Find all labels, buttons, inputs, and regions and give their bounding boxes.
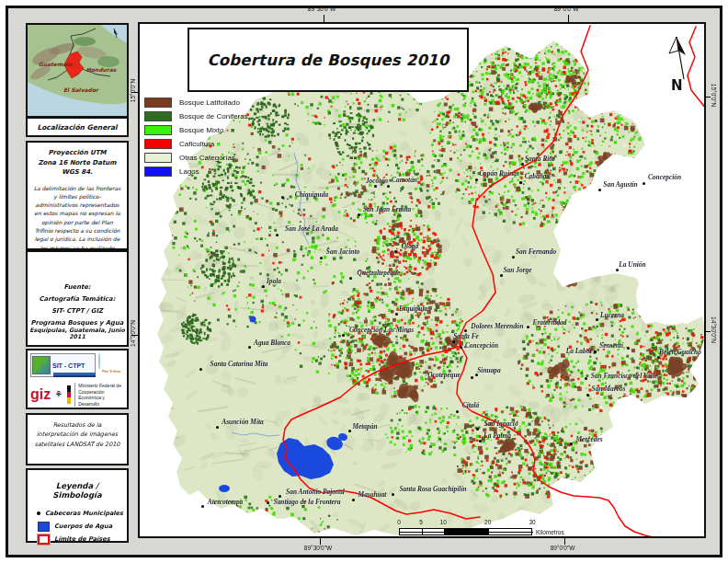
coord-label-bottom: 89°0'0"W <box>551 545 575 551</box>
symbol-legend-label: Cuerpos de Agua <box>54 523 112 530</box>
legend-swatch-icon <box>144 111 172 121</box>
results-panel: Resultados de la interpretación de imáge… <box>26 413 129 465</box>
graticule-tick <box>704 97 711 98</box>
results-note: Resultados de la interpretación de imáge… <box>34 420 120 449</box>
sit-map-icon <box>32 356 51 374</box>
projection-line1: Proyección UTM <box>48 149 106 156</box>
legend-swatch-icon <box>144 167 172 177</box>
legend-swatch-icon <box>144 125 172 135</box>
municipality-dot-icon <box>37 511 40 515</box>
graticule-tick <box>320 537 321 545</box>
symbol-legend-row: Cuerpos de Agua <box>33 520 121 533</box>
source-lines: Fuente:Cartografía Temática:SIT- CTPT / … <box>28 282 127 329</box>
inset-caption-box: Localización General <box>26 117 129 137</box>
graticule-tick <box>568 15 569 22</box>
plan-trifinio-icon <box>98 352 100 370</box>
symbol-legend-row: Cabeceras Municipales <box>33 507 121 520</box>
symbol-legend-row: Límite de Países <box>33 533 121 546</box>
source-line: SIT- CTPT / GIZ <box>28 305 127 317</box>
graticule-tick <box>324 15 324 22</box>
graticule-tick <box>131 335 138 336</box>
source-place-date: Esquipulas, Guatemala, Junio 2011 <box>28 327 127 339</box>
symbol-legend-panel: Leyenda / Simbología Cabeceras Municipal… <box>26 468 129 543</box>
inset-caption: Localización General <box>37 123 117 132</box>
coord-label-top: 89°0'0"W <box>554 6 579 12</box>
source-line: Cartografía Temática: <box>28 293 127 305</box>
legend-label: Caficultura <box>179 141 214 148</box>
north-arrow: N <box>664 31 700 105</box>
inset-country-label: El Salvador <box>63 86 98 93</box>
coord-label-right: 14°30'0"N <box>711 293 717 367</box>
sit-ctpt-logo: SIT - CTPT <box>30 353 96 377</box>
source-line: Fuente: <box>28 282 127 293</box>
location-inset-map: Guatemala Honduras El Salvador <box>26 23 129 118</box>
coord-label-left: 15°0'0"N <box>130 54 136 128</box>
map-canvas-area: ChiquimulaJocotánCamotánSan Juan ErmitaS… <box>138 22 706 538</box>
legend-label: Otras Categorías <box>179 155 235 162</box>
projection-line2: Zona 16 Norte Datum WGS 84. <box>38 159 116 177</box>
map-title-box: Cobertura de Bosques 2010 <box>188 28 469 92</box>
legend-swatch-icon <box>144 139 172 149</box>
legend-label: Bosque Mixto <box>179 127 223 134</box>
graticule-tick <box>564 537 565 545</box>
giz-logo-text: giz <box>30 387 51 402</box>
sit-banner <box>53 373 96 377</box>
legend-swatch-icon <box>144 153 172 163</box>
forest-legend-row: Otras Categorías <box>144 151 301 165</box>
legend-label: Bosque Latifoliado <box>179 99 240 107</box>
symbol-legend-label: Límite de Países <box>54 535 110 543</box>
graticule-tick <box>131 92 138 93</box>
legend-label: Lagos <box>179 168 199 176</box>
coord-label-left: 14°30'0"N <box>130 297 136 371</box>
coord-label-bottom: 89°30'0"W <box>304 545 332 551</box>
projection-panel: Proyección UTM Zona 16 Norte Datum WGS 8… <box>26 141 129 250</box>
plan-trifinio-text: Plan Trifinio <box>98 370 124 373</box>
sit-logo-text: SIT - CTPT <box>52 362 85 369</box>
water-swatch-icon <box>38 522 50 532</box>
logos-panel: SIT - CTPT Plan Trifinio giz ⚘ Ministeri… <box>26 349 129 409</box>
north-arrow-icon <box>664 31 700 105</box>
north-label: N <box>671 77 683 94</box>
legend-swatch-icon <box>144 98 172 108</box>
symbol-legend-items: Cabeceras MunicipalesCuerpos de AguaLími… <box>33 507 121 546</box>
forest-legend: Bosque LatifoliadoBosque de ConiferasBos… <box>144 96 301 178</box>
symbol-legend-label: Cabeceras Municipales <box>45 510 123 517</box>
forest-legend-row: Lagos <box>144 165 301 178</box>
legend-label: Bosque de Coniferas <box>179 113 248 121</box>
forest-legend-row: Bosque de Coniferas <box>144 109 301 123</box>
coord-label-right: 15°0'0"N <box>711 59 717 132</box>
giz-logo-row: giz ⚘ Ministerio Federal de Cooperación … <box>30 383 124 407</box>
forest-legend-row: Caficultura <box>144 137 301 151</box>
german-flag-icon <box>67 385 71 404</box>
forest-legend-row: Bosque Mixto <box>144 123 301 137</box>
forest-legend-row: Bosque Latifoliado <box>144 96 301 109</box>
graticule-tick <box>704 331 711 332</box>
projection-title: Proyección UTM Zona 16 Norte Datum WGS 8… <box>33 148 121 178</box>
german-eagle-icon: ⚘ <box>54 389 63 400</box>
inset-country-label: Honduras <box>86 66 117 73</box>
page-title: Cobertura de Bosques 2010 <box>208 52 449 69</box>
country-border-icon <box>38 534 50 545</box>
inset-country-label: Guatemala <box>39 61 73 67</box>
source-panel: Fuente:Cartografía Temática:SIT- CTPT / … <box>26 250 129 347</box>
symbol-legend-title: Leyenda / Simbología <box>33 481 121 500</box>
coord-label-top: 89°30'0"W <box>308 6 336 12</box>
plan-trifinio-logo: Plan Trifinio <box>98 353 124 377</box>
ministry-text: Ministerio Federal de Cooperación Económ… <box>74 383 124 407</box>
